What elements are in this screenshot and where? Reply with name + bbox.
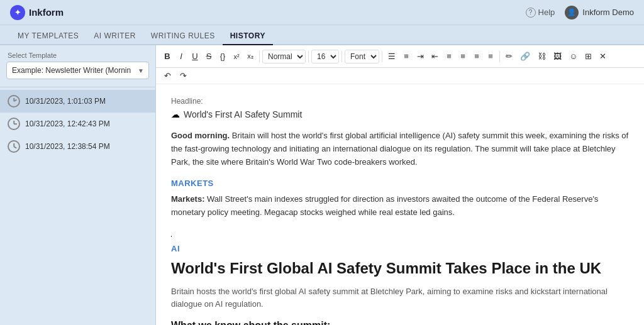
clock-icon-2 <box>8 140 20 153</box>
markets-bold: Markets: <box>171 194 204 204</box>
headline-field-label: Headline: <box>171 97 629 106</box>
content-scroll-area[interactable]: Headline: ☁ World's First AI Safety Summ… <box>156 84 644 325</box>
ordered-list-button[interactable]: ≡ <box>400 50 413 63</box>
strikethrough-button[interactable]: S <box>203 50 215 63</box>
s-label: S <box>206 52 212 61</box>
clear-format-button[interactable]: ✕ <box>596 50 609 63</box>
indent-button[interactable]: ⇥ <box>414 50 427 63</box>
undo-button[interactable]: ↶ <box>161 69 174 82</box>
history-timestamp-0: 10/31/2023, 1:01:03 PM <box>25 97 106 106</box>
bold-button[interactable]: B <box>161 50 174 63</box>
intro-paragraph: Good morning. Britain will host the worl… <box>171 129 629 168</box>
history-item-1[interactable]: 10/31/2023, 12:42:43 PM <box>0 113 155 135</box>
toolbar-sep-5 <box>499 51 500 62</box>
clock-icon-1 <box>8 118 20 130</box>
tab-ai-writer[interactable]: AI WRITER <box>86 28 143 45</box>
select-template-label: Select Template <box>0 52 155 62</box>
toolbar-row-1: B I U S {} x² x₂ Normal 16 Font ☰ ≡ ⇥ ⇤ <box>156 45 644 68</box>
history-divider <box>0 87 155 87</box>
top-right-controls: ? Help 👤 Inkform Demo <box>526 6 634 19</box>
headline-cloud-icon: ☁ <box>171 109 180 119</box>
font-size-select[interactable]: 16 <box>311 50 339 63</box>
link-button[interactable]: 🔗 <box>517 50 533 63</box>
emoji-button[interactable]: ☺ <box>566 50 580 63</box>
app-name: Inkform <box>29 7 64 18</box>
toolbar-row-2: ↶ ↷ <box>156 68 644 84</box>
editor-content: Headline: ☁ World's First AI Safety Summ… <box>156 84 644 325</box>
user-menu-button[interactable]: 👤 Inkform Demo <box>565 6 634 19</box>
format-select[interactable]: Normal <box>262 50 306 63</box>
top-navigation: ✦ Inkform ? Help 👤 Inkform Demo <box>0 0 644 25</box>
highlight-button[interactable]: ✏ <box>502 50 516 63</box>
what-we-know-title: What we know about the summit: <box>171 320 629 325</box>
align-justify-button[interactable]: ≡ <box>484 50 497 63</box>
history-item-2[interactable]: 10/31/2023, 12:38:54 PM <box>0 135 155 158</box>
outdent-button[interactable]: ⇤ <box>428 50 441 63</box>
toolbar-sep-1 <box>259 51 260 62</box>
headline-text: World's First AI Safety Summit <box>184 109 302 119</box>
markets-paragraph: Markets: Wall Street's main indexes stru… <box>171 193 629 219</box>
markets-section-label: MARKETS <box>171 179 629 188</box>
user-avatar: 👤 <box>565 6 579 19</box>
template-select[interactable]: Example: Newsletter Writer (Morning Brew… <box>6 62 149 79</box>
clock-icon-0 <box>8 95 20 107</box>
markets-text: Wall Street's main indexes struggled for… <box>171 194 598 217</box>
redo-button[interactable]: ↷ <box>177 69 190 82</box>
subscript-button[interactable]: x₂ <box>244 50 257 62</box>
help-label: Help <box>538 8 555 17</box>
headline-row: ☁ World's First AI Safety Summit <box>171 109 629 119</box>
template-select-wrapper: Example: Newsletter Writer (Morning Brew… <box>6 62 149 79</box>
ai-section-label: AI <box>171 244 629 253</box>
tab-history[interactable]: HISTORY <box>223 28 273 45</box>
tab-writing-rules[interactable]: WRITING RULES <box>143 28 223 45</box>
toolbar-sep-2 <box>308 51 309 62</box>
intro-bold: Good morning. <box>171 131 230 140</box>
toolbar-sep-4 <box>382 51 382 62</box>
history-timestamp-2: 10/31/2023, 12:38:54 PM <box>25 142 110 151</box>
superscript-button[interactable]: x² <box>230 51 243 62</box>
toolbar-sep-3 <box>341 51 342 62</box>
text-cursor <box>171 236 172 237</box>
editor-area: B I U S {} x² x₂ Normal 16 Font ☰ ≡ ⇥ ⇤ <box>156 45 644 325</box>
article-subtitle: Britain hosts the world's first global A… <box>171 285 629 310</box>
bullet-list-button[interactable]: ☰ <box>385 50 399 63</box>
unlink-button[interactable]: ⛓ <box>535 50 549 63</box>
help-icon: ? <box>526 8 536 18</box>
tab-bar: MY TEMPLATES AI WRITER WRITING RULES HIS… <box>0 25 644 45</box>
user-name: Inkform Demo <box>582 8 634 17</box>
table-button[interactable]: ⊞ <box>582 50 595 63</box>
logo-icon: ✦ <box>10 5 25 20</box>
help-button[interactable]: ? Help <box>526 8 555 18</box>
history-timestamp-1: 10/31/2023, 12:42:43 PM <box>25 119 110 128</box>
article-title: World's First Global AI Safety Summit Ta… <box>171 258 629 278</box>
intro-text: Britain will host the world's first glob… <box>171 131 628 167</box>
underline-button[interactable]: U <box>189 50 201 63</box>
app-logo: ✦ Inkform <box>10 5 64 20</box>
font-select[interactable]: Font <box>345 50 379 63</box>
image-button[interactable]: 🖼 <box>550 50 565 63</box>
align-right-button[interactable]: ≡ <box>470 50 483 63</box>
align-center-button[interactable]: ≡ <box>457 50 469 63</box>
main-layout: Select Template Example: Newsletter Writ… <box>0 45 644 325</box>
tab-my-templates[interactable]: MY TEMPLATES <box>10 28 86 45</box>
braces-button[interactable]: {} <box>216 50 229 63</box>
italic-button[interactable]: I <box>175 50 187 63</box>
sidebar: Select Template Example: Newsletter Writ… <box>0 45 156 325</box>
u-label: U <box>192 52 197 61</box>
align-left-button[interactable]: ≡ <box>443 50 455 63</box>
history-item-0[interactable]: 10/31/2023, 1:01:03 PM <box>0 90 155 113</box>
